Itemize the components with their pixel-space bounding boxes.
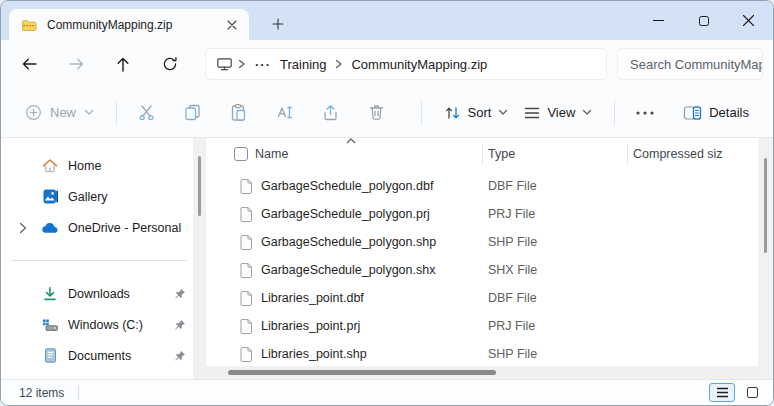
windows-drive-icon [41,317,59,333]
new-button[interactable]: New [17,98,102,127]
thumbnail-view-toggle[interactable] [739,383,765,402]
file-list-scrollbar-thumb[interactable] [764,158,767,253]
new-tab-button[interactable] [265,12,291,36]
sidebar-item-windows-c[interactable]: Windows (C:) [1,309,193,340]
column-header-compressed-size[interactable]: Compressed siz [633,147,723,161]
details-view-icon [716,387,729,398]
refresh-icon [162,56,178,72]
more-options-button[interactable] [629,96,660,130]
trash-icon [367,103,386,122]
titlebar: CommunityMapping.zip [1,1,773,40]
column-header-row: Name Type Compressed siz [206,138,758,170]
breadcrumb-chevron-icon[interactable] [330,59,347,69]
delete-button[interactable] [361,96,392,130]
search-input[interactable] [618,57,763,72]
minimize-icon [653,20,664,21]
refresh-button[interactable] [156,49,184,79]
horizontal-scrollbar-thumb[interactable] [228,370,496,375]
details-button-label: Details [709,105,749,120]
file-row[interactable]: Libraries_point.shp SHP File [206,340,758,368]
sidebar-item-home[interactable]: Home [1,150,193,181]
sidebar-item-documents[interactable]: Documents [1,340,193,371]
column-divider[interactable] [627,144,628,164]
sidebar-item-label: Home [68,159,193,173]
tab-close-icon[interactable] [221,14,243,36]
file-rows: GarbageSchedule_polygon.dbf DBF File Gar… [206,172,758,368]
back-button[interactable] [15,49,43,79]
column-header-type[interactable]: Type [488,147,515,161]
breadcrumb-ellipsis[interactable]: ··· [250,57,276,72]
file-name: GarbageSchedule_polygon.dbf [261,179,433,193]
share-button[interactable] [315,96,346,130]
file-list-scrollbar[interactable] [758,138,773,379]
paste-button[interactable] [223,96,254,130]
sidebar-scrollbar-thumb[interactable] [198,156,201,216]
breadcrumb-segment-current[interactable]: CommunityMapping.zip [347,55,491,74]
back-icon [21,56,38,72]
maximize-button[interactable] [681,1,726,40]
sidebar-divider [11,260,188,261]
navigation-bar: ··· Training CommunityMapping.zip [1,40,773,88]
explorer-tab[interactable]: CommunityMapping.zip [9,9,249,40]
plus-circle-icon [25,104,42,121]
file-row[interactable]: GarbageSchedule_polygon.prj PRJ File [206,200,758,228]
home-icon [41,157,59,174]
copy-button[interactable] [177,96,208,130]
details-pane-icon [683,105,702,121]
file-name: Libraries_point.shp [261,347,367,361]
close-icon [742,14,755,27]
sort-button[interactable]: Sort [436,99,517,127]
gallery-icon [41,188,59,205]
thumbnail-view-icon [747,387,758,398]
file-icon [239,290,253,306]
file-name: Libraries_point.prj [261,319,360,333]
details-button[interactable]: Details [675,99,757,127]
file-row[interactable]: GarbageSchedule_polygon.shx SHX File [206,256,758,284]
select-all-checkbox[interactable] [234,147,248,161]
cut-button[interactable] [131,96,162,130]
file-row[interactable]: GarbageSchedule_polygon.dbf DBF File [206,172,758,200]
toolbar-divider [614,101,615,125]
file-type: SHP File [488,347,537,361]
horizontal-scrollbar[interactable] [206,366,758,379]
sidebar-item-downloads[interactable]: Downloads [1,278,193,309]
close-button[interactable] [726,1,771,40]
command-toolbar: New Sort View [1,88,773,138]
pin-icon [174,350,186,362]
pin-icon [174,288,186,300]
chevron-down-icon [498,109,508,116]
file-row[interactable]: Libraries_point.prj PRJ File [206,312,758,340]
sidebar-item-gallery[interactable]: Gallery [1,181,193,212]
breadcrumb-segment-training[interactable]: Training [276,55,330,74]
up-button[interactable] [109,49,137,79]
file-icon [239,178,253,194]
forward-button[interactable] [62,49,90,79]
file-row[interactable]: Libraries_point.dbf DBF File [206,284,758,312]
details-view-toggle[interactable] [709,383,735,402]
search-box [617,48,763,80]
toolbar-divider [421,101,422,125]
items-count: 12 items [19,386,64,400]
column-divider[interactable] [482,144,483,164]
address-bar[interactable]: ··· Training CommunityMapping.zip [205,48,607,80]
this-pc-icon[interactable] [216,56,233,72]
maximize-icon [699,16,709,26]
sort-ascending-icon [346,138,356,144]
file-list: Name Type Compressed siz GarbageSchedule… [206,138,758,379]
new-button-label: New [50,105,76,120]
column-header-name[interactable]: Name [255,147,288,161]
statusbar-divider [78,386,79,400]
expand-chevron-icon[interactable] [15,222,31,234]
minimize-button[interactable] [636,1,681,40]
file-row[interactable]: GarbageSchedule_polygon.shp SHP File [206,228,758,256]
up-icon [115,56,131,73]
status-bar: 12 items [1,379,773,405]
sidebar-item-onedrive[interactable]: OneDrive - Personal [1,212,193,243]
rename-button[interactable] [269,96,300,130]
breadcrumb-chevron-icon[interactable] [233,59,250,69]
chevron-down-icon [84,109,94,116]
sidebar-scrollbar[interactable] [193,138,206,379]
view-button[interactable]: View [516,99,600,126]
file-icon [239,234,253,250]
file-name: GarbageSchedule_polygon.shp [261,235,436,249]
